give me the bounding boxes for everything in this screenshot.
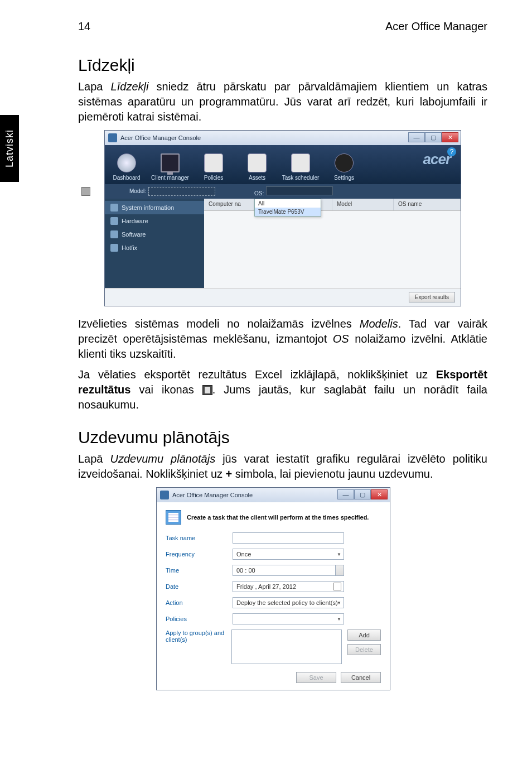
task-name-input[interactable] (233, 532, 344, 544)
dialog-footer: Save Cancel (166, 672, 381, 683)
minimize-button[interactable]: — (408, 132, 425, 142)
section-lidzekli-p1: Lapa Līdzekļi sniedz ātru pārskatu par p… (78, 79, 487, 124)
nav-task-scheduler[interactable]: Task scheduler (279, 151, 322, 184)
page-number: 14 (78, 20, 90, 33)
hardware-icon (110, 217, 118, 225)
maximize-button[interactable]: ▢ (354, 489, 371, 499)
model-option-all[interactable]: All (255, 199, 321, 208)
export-results-button[interactable]: Export results (409, 292, 455, 302)
dashboard-icon (117, 153, 136, 172)
minimize-button[interactable]: — (337, 489, 354, 499)
assets-icon (248, 153, 267, 172)
model-select[interactable] (148, 187, 215, 196)
time-input[interactable]: 00 : 00 (233, 565, 344, 576)
brand-logo: acer (423, 151, 451, 168)
scheduler-icon (291, 153, 310, 172)
close-button[interactable]: ✕ (442, 132, 458, 142)
content: Līdzekļi Lapa Līdzekļi sniedz ātru pārsk… (78, 50, 487, 690)
model-option-travelmate[interactable]: TravelMate P653V (255, 208, 321, 216)
dialog-body: Create a task that the client will perfo… (157, 502, 390, 690)
export-icon[interactable] (81, 187, 90, 196)
dialog-heading-text: Create a task that the client will perfo… (187, 514, 369, 521)
header-product: Acer Office Manager (385, 20, 487, 33)
section-lidzekli-title: Līdzekļi (78, 56, 487, 75)
cancel-button[interactable]: Cancel (341, 672, 381, 683)
dialog-title-bar: Acer Office Manager Console — ▢ ✕ (157, 488, 390, 502)
label-frequency: Frequency (166, 551, 233, 558)
save-button[interactable]: Save (296, 672, 336, 683)
sidebar-item-software[interactable]: Software (105, 228, 204, 241)
col-os-name: OS name (394, 199, 461, 210)
label-date: Date (166, 583, 233, 590)
os-label: OS: (254, 190, 264, 196)
dialog-heading: Create a task that the client will perfo… (166, 510, 381, 525)
label-apply-to: Apply to group(s) and client(s) (166, 630, 231, 643)
label-time: Time (166, 567, 233, 574)
section-lidzekli-p2: Izvēlieties sistēmas modeli no nolaižamā… (78, 316, 487, 362)
language-tab: Latviski (0, 115, 19, 182)
nav-dashboard[interactable]: Dashboard (105, 151, 148, 184)
os-select[interactable] (266, 186, 333, 195)
assets-main: Computer na Model OS name All TravelMate… (204, 199, 461, 288)
col-model: Model (332, 199, 394, 210)
model-label: Model: (129, 188, 146, 194)
assets-console-screenshot: Acer Office Manager Console — ▢ ✕ ? acer… (104, 130, 461, 306)
section-lidzekli-p3: Ja vēlaties eksportēt rezultātus Excel i… (78, 367, 487, 412)
action-select[interactable]: Deploy the selected policy to client(s) (233, 597, 344, 608)
label-policies: Policies (166, 616, 233, 622)
info-icon (110, 204, 118, 212)
app-icon (108, 133, 117, 142)
model-dropdown[interactable]: All TravelMate P653V (254, 199, 321, 217)
section-scheduler-title: Uzdevumu plānotājs (78, 428, 487, 447)
maximize-button[interactable]: ▢ (425, 132, 442, 142)
col-computer-name: Computer na (204, 199, 254, 210)
export-inline-icon (202, 385, 212, 395)
assets-footer: Export results (105, 288, 461, 306)
language-tab-label: Latviski (4, 129, 16, 167)
sidebar-item-hardware[interactable]: Hardware (105, 214, 204, 228)
scheduler-dialog-screenshot: Acer Office Manager Console — ▢ ✕ Create… (156, 487, 390, 690)
window-title-bar: Acer Office Manager Console — ▢ ✕ (105, 131, 461, 145)
sidebar-item-system-information[interactable]: System information (105, 201, 204, 214)
add-button[interactable]: Add (347, 630, 381, 641)
filter-toolbar: Model: OS: (105, 184, 461, 199)
nav-policies[interactable]: Policies (192, 151, 235, 184)
nav-client-manager[interactable]: Client manager (148, 151, 192, 184)
close-button[interactable]: ✕ (371, 489, 388, 499)
calendar-icon (166, 510, 181, 525)
dialog-title: Acer Office Manager Console (172, 492, 253, 498)
policies-select[interactable] (233, 613, 344, 624)
assets-sidebar: System information Hardware Software Hot… (105, 199, 204, 288)
nav-assets[interactable]: Assets (235, 151, 279, 184)
window-title: Acer Office Manager Console (120, 134, 201, 141)
client-icon (161, 153, 180, 172)
frequency-select[interactable]: Once (233, 549, 344, 560)
sidebar-item-hotfix[interactable]: Hotfix (105, 241, 204, 254)
label-action: Action (166, 599, 233, 606)
datepicker-icon[interactable] (333, 583, 341, 590)
date-input[interactable]: Friday , April 27, 2012 (233, 581, 344, 592)
table-header: Computer na Model OS name (204, 199, 461, 211)
main-nav: ? acer Dashboard Client manager Policies… (105, 145, 461, 184)
software-icon (110, 230, 118, 238)
delete-button[interactable]: Delete (347, 644, 381, 655)
section-scheduler-p1: Lapā Uzdevumu plānotājs jūs varat iestat… (78, 451, 487, 482)
app-icon (160, 491, 169, 499)
settings-icon (335, 153, 354, 172)
label-task-name: Task name (166, 535, 233, 541)
nav-settings[interactable]: Settings (322, 151, 366, 184)
policies-icon (204, 153, 223, 172)
hotfix-icon (110, 244, 118, 252)
apply-listbox[interactable] (231, 630, 342, 664)
